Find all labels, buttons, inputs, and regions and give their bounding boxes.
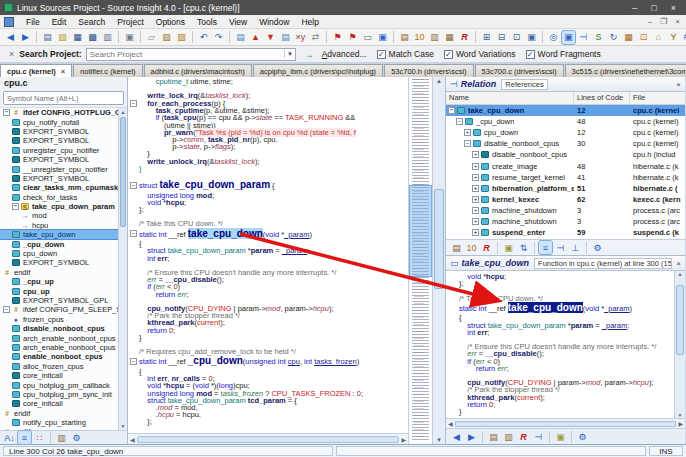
sidebar-item-cpu_up[interactable]: cpu_up: [0, 286, 118, 295]
relation-row-take_cpu_down[interactable]: −take_cpu_down12cpu.c (kernel: [446, 105, 685, 116]
menu-edit[interactable]: Edit: [46, 17, 73, 27]
minimap-viewport[interactable]: [409, 185, 432, 277]
menu-view[interactable]: View: [223, 17, 253, 27]
editor-hscrollbar[interactable]: ◀ ▶: [128, 433, 408, 444]
sidebar-item-cpu_hotplug_pm_callback[interactable]: cpu_hotplug_pm_callback: [0, 380, 118, 389]
import-icon[interactable]: ⊡: [637, 31, 650, 44]
lock-icon[interactable]: ▣: [502, 241, 515, 254]
tree-expander-icon[interactable]: +: [472, 151, 479, 158]
advanced-button[interactable]: Advanced...: [322, 49, 367, 59]
column-file[interactable]: File: [630, 92, 685, 104]
print-icon[interactable]: ▣: [123, 31, 136, 44]
scroll-thumb[interactable]: [434, 189, 444, 289]
book-icon[interactable]: ▥: [502, 430, 515, 443]
menu-tools[interactable]: Tools: [191, 17, 223, 27]
save-as-icon[interactable]: ▥: [101, 31, 114, 44]
sidebar-item-unregister_cpu_notifier[interactable]: unregister_cpu_notifier: [0, 146, 118, 155]
fold-collapse-icon[interactable]: −: [130, 358, 137, 365]
sidebar-item-take_cpu_down[interactable]: take_cpu_down: [0, 230, 118, 239]
context-window-icon[interactable]: ▣: [562, 31, 575, 44]
refresh-relation-icon[interactable]: R: [517, 430, 530, 443]
tree-expander-icon[interactable]: +: [472, 229, 479, 236]
tab-close-icon[interactable]: ×: [61, 67, 65, 76]
copy-icon[interactable]: ▱: [145, 31, 158, 44]
forward-icon[interactable]: ▶: [465, 430, 478, 443]
sidebar-item-mod[interactable]: →mod: [0, 211, 118, 220]
layout-grid-icon[interactable]: ⊞: [480, 31, 493, 44]
mdi-restore-button[interactable]: ❐: [660, 17, 667, 26]
checkbox-word-fragments[interactable]: ✓Word Fragments: [526, 49, 601, 59]
tree-expander-icon[interactable]: −: [448, 107, 455, 114]
search-input[interactable]: [87, 50, 284, 59]
tab-cpu.c[interactable]: cpu.c (kernel)×: [0, 64, 72, 77]
relation-row-resume_target_kernel[interactable]: +resume_target_kernel41hibernate.c (k: [446, 172, 685, 183]
relation-row-suspend_enter[interactable]: +suspend_enter59suspend.c (k: [446, 227, 685, 238]
tree-expander-icon[interactable]: −: [3, 109, 10, 116]
context-vscrollbar[interactable]: ▲ ▼: [674, 271, 685, 418]
close-relation-icon[interactable]: ×: [672, 80, 681, 89]
bookmark-list-icon[interactable]: ⚑: [346, 31, 359, 44]
refresh-relation-icon[interactable]: R: [480, 241, 493, 254]
new-file-icon[interactable]: ▤: [41, 31, 54, 44]
view-list-icon[interactable]: ≡: [539, 241, 552, 254]
gear-icon[interactable]: ⚙: [591, 241, 604, 254]
sidebar-item-export_symbol[interactable]: EXPORT_SYMBOL: [0, 136, 118, 145]
scroll-up-icon[interactable]: ▲: [119, 109, 127, 115]
menu-help[interactable]: Help: [295, 17, 324, 27]
maximize-button[interactable]: □: [651, 3, 656, 13]
scroll-right-icon[interactable]: ▶: [401, 436, 406, 443]
view-tree-icon[interactable]: ⊥: [569, 241, 582, 254]
gear-icon[interactable]: ⚙: [576, 430, 589, 443]
clipboard-icon[interactable]: ▧: [175, 31, 188, 44]
sidebar-item-endif[interactable]: #endif: [0, 427, 118, 430]
code-editor[interactable]: cputime_t utime, stime; write_lock_irq(&…: [128, 77, 408, 444]
column-name[interactable]: Name: [446, 92, 574, 104]
sync-icon[interactable]: ⇅: [517, 241, 530, 254]
relation-row-machine_shutdown[interactable]: +machine_shutdown3process.c (arc: [446, 216, 685, 227]
relation-window-icon[interactable]: ⊣: [577, 31, 590, 44]
relation-row-cpu_down[interactable]: +cpu_down12cpu.c (kernel): [446, 127, 685, 138]
lock-icon[interactable]: ▣: [554, 430, 567, 443]
sidebar-item-alloc_frozen_cpus[interactable]: alloc_frozen_cpus: [0, 362, 118, 371]
tab-3c515.c[interactable]: 3c515.c (drivers\net\ethernet\3com): [565, 64, 686, 77]
forward-icon[interactable]: ▶: [19, 31, 32, 44]
sidebar-item-frozen_cpus[interactable]: ●frozen_cpus: [0, 315, 118, 324]
sidebar-item-export_symbol[interactable]: EXPORT_SYMBOL: [0, 174, 118, 183]
tree-expander-icon[interactable]: +: [472, 207, 479, 214]
sidebar-item-cpu_hotplug_pm_sync_init[interactable]: cpu_hotplug_pm_sync_init: [0, 390, 118, 399]
tree-expander-icon[interactable]: −: [12, 203, 19, 210]
sidebar-item-core_initcall[interactable]: core_initcall: [0, 371, 118, 380]
scroll-left-icon[interactable]: ◀: [130, 436, 135, 443]
sidebar-item-export_symbol_gpl[interactable]: EXPORT_SYMBOL_GPL: [0, 296, 118, 305]
sidebar-item-ifdef config_hotplug_cpu[interactable]: −#ifdef CONFIG_HOTPLUG_CPU: [0, 108, 118, 117]
sidebar-item-core_initcall[interactable]: core_initcall: [0, 399, 118, 408]
project-icon[interactable]: ▤: [450, 241, 463, 254]
file10-icon[interactable]: 10: [413, 31, 426, 44]
tab-53c700.c[interactable]: 53c700.c (drivers\scsi): [475, 64, 564, 77]
tree-expander-icon[interactable]: −: [3, 306, 10, 313]
sidebar-item-endif[interactable]: #endif: [0, 268, 118, 277]
menu-search[interactable]: Search: [72, 17, 111, 27]
menu-file[interactable]: File: [20, 17, 46, 27]
save-icon[interactable]: ▦: [71, 31, 84, 44]
document-icon[interactable]: ▤: [279, 31, 292, 44]
relation-row-hibernation_platform_enter[interactable]: +hibernation_platform_enter51hibernate.c…: [446, 183, 685, 194]
sort-alpha-icon[interactable]: A↓: [3, 431, 16, 444]
goto-definition-icon[interactable]: ▤: [234, 31, 247, 44]
save-all-icon[interactable]: ▩: [86, 31, 99, 44]
undo-icon[interactable]: ↶: [197, 31, 210, 44]
context-hscrollbar[interactable]: ◀▶: [446, 418, 685, 428]
layout-horizontal-icon[interactable]: ⊟: [495, 31, 508, 44]
tab-acpiphp_ibm.c[interactable]: acpiphp_ibm.c (drivers\pci\hotplug): [253, 64, 383, 77]
layout-vertical-icon[interactable]: ⊡: [510, 31, 523, 44]
hash-icon[interactable]: ##: [682, 31, 686, 44]
relation-row-machine_shutdown[interactable]: +machine_shutdown3process.c (arc: [446, 205, 685, 216]
jump-callee-icon[interactable]: ▼: [264, 31, 277, 44]
symbol-name-input[interactable]: [3, 91, 124, 105]
file10-icon[interactable]: 10: [465, 241, 478, 254]
minimize-button[interactable]: –: [632, 3, 637, 13]
group-view-icon[interactable]: ∷: [33, 431, 46, 444]
view-graph-icon[interactable]: ⊣: [554, 241, 567, 254]
sidebar-item-disable_nonboot_cpus[interactable]: disable_nonboot_cpus: [0, 324, 118, 333]
scroll-down-icon[interactable]: ▼: [433, 437, 445, 443]
